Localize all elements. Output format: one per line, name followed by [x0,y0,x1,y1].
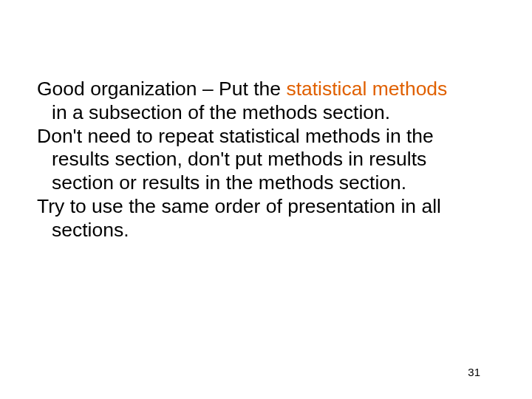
paragraph-2: Don't need to repeat statistical methods… [37,125,451,195]
para1-post: in a subsection of the methods section. [52,101,390,123]
page-number: 31 [468,366,480,378]
para1-pre: Good organization – Put the [37,78,286,100]
para1-highlight: statistical methods [286,78,447,100]
slide: Good organization – Put the statistical … [0,0,532,399]
body-text: Good organization – Put the statistical … [37,78,451,242]
paragraph-1: Good organization – Put the statistical … [37,78,451,125]
paragraph-3: Try to use the same order of presentatio… [37,195,451,242]
